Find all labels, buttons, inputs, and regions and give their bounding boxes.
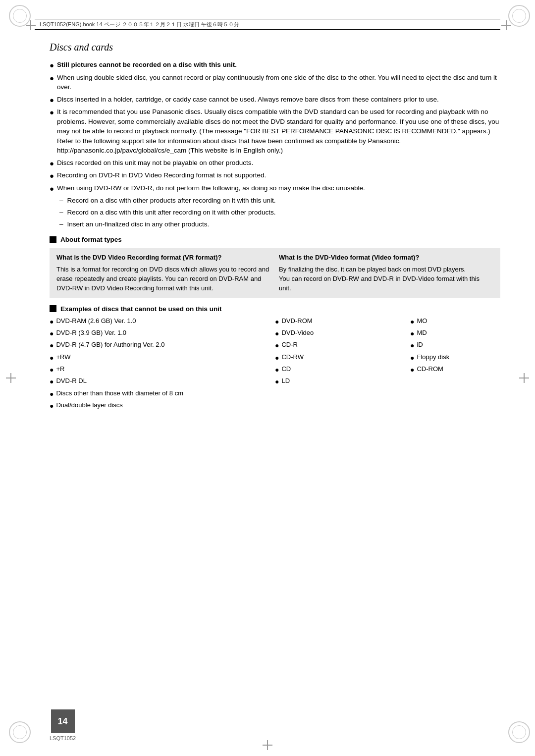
bullet-dot-1: ● [50,60,54,70]
list-item: ●Discs other than those with diameter of… [50,389,275,399]
bullet-item-4: ● It is recommended that you use Panason… [50,107,500,156]
list-item: ●MO [410,317,500,326]
dash-symbol-2: – [59,208,63,217]
header-file-info: LSQT1052(ENG).book 14 ページ ２００５年１２月２１日 水曜… [35,21,239,28]
list-item: ●Dual/double layer discs [50,401,275,411]
bullet-text-3: Discs inserted in a holder, cartridge, o… [57,95,500,105]
bullet-item-1: ● Still pictures cannot be recorded on a… [50,60,500,70]
list-item: ●DVD-Video [275,328,410,338]
bottom-crosshair [263,740,272,750]
bullet-text-4: It is recommended that you use Panasonic… [57,107,500,156]
format-col-2: What is the DVD-Video format (Video form… [279,253,493,293]
dash-symbol-3: – [59,219,63,229]
format-col1-title: What is the DVD Video Recording format (… [56,253,271,262]
examples-col-1: ●DVD-RAM (2.6 GB) Ver. 1.0●DVD-R (3.9 GB… [50,317,275,413]
list-item: ●LD [275,377,410,386]
list-item: ●CD-ROM [410,365,500,375]
list-item: ●CD [275,365,410,375]
list-item: ●Floppy disk [410,353,500,363]
list-item: ●+R [50,365,275,375]
bullet-text-7: When using DVD-RW or DVD-R, do not perfo… [57,183,500,193]
header-crosshair-left [26,20,34,28]
examples-header: Examples of discs that cannot be used on… [50,305,500,313]
list-item: ●CD-R [275,340,410,350]
corner-decoration-tl [5,5,35,35]
list-item: ●DVD-RAM (2.6 GB) Ver. 1.0 [50,317,275,326]
list-item: ●DVD-ROM [275,317,410,326]
bullet-item-5: ● Discs recorded on this unit may not be… [50,158,500,168]
format-box: What is the DVD Video Recording format (… [50,248,500,298]
format-col1-body: This is a format for recording on DVD di… [56,265,271,293]
dash-text-3: Insert an un-finalized disc in any other… [67,219,210,229]
dash-text-1: Record on a disc with other products aft… [67,196,276,206]
format-square-icon [50,236,56,243]
examples-col-2: ●DVD-ROM●DVD-Video●CD-R●CD-RW●CD●LD [275,317,410,413]
examples-col-3: ●MO●MD●iD●Floppy disk●CD-ROM [410,317,500,413]
footer-code: LSQT1052 [50,735,76,741]
bullet-text-6: Recording on DVD-R in DVD Video Recordin… [57,170,500,180]
bullet-text-5: Discs recorded on this unit may not be p… [57,158,500,168]
header-crosshair-right [501,20,509,28]
bullet-dot-4: ● [50,108,54,117]
bullet-dot-5: ● [50,159,54,168]
bullet-dot-6: ● [50,171,54,181]
corner-decoration-bl [5,721,35,751]
list-item: ●DVD-R (3.9 GB) Ver. 1.0 [50,328,275,338]
format-header: About format types [50,236,500,243]
bullet-item-7: ● When using DVD-RW or DVD-R, do not per… [50,183,500,194]
bullet-dot-3: ● [50,95,54,105]
section-title: Discs and cards [50,42,500,53]
dash-symbol-1: – [59,196,63,206]
bullet-item-6: ● Recording on DVD-R in DVD Video Record… [50,170,500,181]
corner-decoration-br [500,721,530,751]
page: LSQT1052(ENG).book 14 ページ ２００５年１２月２１日 水曜… [0,0,535,756]
format-header-text: About format types [60,236,122,243]
examples-header-text: Examples of discs that cannot be used on… [60,305,222,313]
bullet-dot-7: ● [50,184,54,194]
format-col2-title: What is the DVD-Video format (Video form… [279,253,493,262]
dash-item-2: – Record on a disc with this unit after … [59,208,500,217]
list-item: ●DVD-R DL [50,377,275,386]
examples-section: Examples of discs that cannot be used on… [50,305,500,413]
bullet-section: ● Still pictures cannot be recorded on a… [50,60,500,229]
bullet-text-2: When using double sided disc, you cannot… [57,73,500,92]
bullet-item-3: ● Discs inserted in a holder, cartridge,… [50,95,500,105]
list-item: ●iD [410,340,500,350]
bullet-item-2: ● When using double sided disc, you cann… [50,73,500,92]
corner-decoration-tr [500,5,530,35]
right-crosshair [519,373,529,383]
page-number: 14 [51,709,75,733]
examples-grid: ●DVD-RAM (2.6 GB) Ver. 1.0●DVD-R (3.9 GB… [50,317,500,413]
list-item: ●MD [410,328,500,338]
list-item: ●DVD-R (4.7 GB) for Authoring Ver. 2.0 [50,340,275,350]
left-crosshair [6,373,16,383]
bullet-dot-2: ● [50,73,54,83]
dash-item-3: – Insert an un-finalized disc in any oth… [59,219,500,229]
footer-left: 14 LSQT1052 [50,709,76,741]
footer: 14 LSQT1052 [50,709,500,741]
dash-item-1: – Record on a disc with other products a… [59,196,500,206]
format-section: About format types What is the DVD Video… [50,236,500,298]
dash-text-2: Record on a disc with this unit after re… [67,208,276,217]
format-col-1: What is the DVD Video Recording format (… [56,253,279,293]
list-item: ●+RW [50,353,275,363]
format-col2-body: By finalizing the disc, it can be played… [279,265,493,293]
main-content: Discs and cards ● Still pictures cannot … [50,40,500,706]
list-item: ●CD-RW [275,353,410,363]
examples-square-icon [50,305,56,312]
bullet-text-1: Still pictures cannot be recorded on a d… [57,60,500,70]
header-bar: LSQT1052(ENG).book 14 ページ ２００５年１２月２１日 水曜… [35,19,500,30]
